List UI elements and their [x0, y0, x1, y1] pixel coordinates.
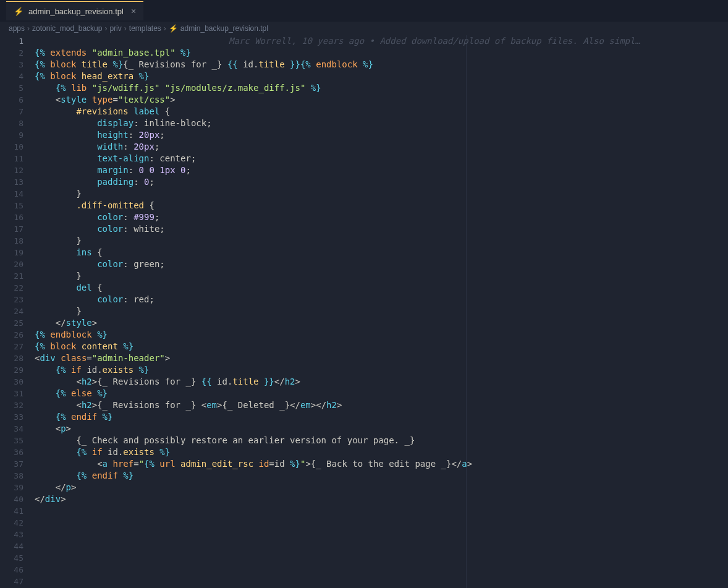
- tab-filename: admin_backup_revision.tpl: [28, 7, 124, 16]
- git-blame-annotation: Marc Worrell, 10 years ago • Added downl…: [229, 35, 640, 47]
- close-icon[interactable]: ×: [131, 6, 136, 16]
- chevron-right-icon: ›: [104, 24, 107, 33]
- breadcrumb-item[interactable]: ⚡admin_backup_revision.tpl: [169, 24, 268, 33]
- tab-bar: ⚡ admin_backup_revision.tpl ×: [0, 0, 728, 22]
- code-editor[interactable]: 1234567891011121314151617181920212223242…: [0, 35, 728, 588]
- chevron-right-icon: ›: [124, 24, 127, 33]
- file-tab[interactable]: ⚡ admin_backup_revision.tpl ×: [6, 1, 143, 20]
- line-number-gutter: 1234567891011121314151617181920212223242…: [0, 35, 35, 588]
- code-content[interactable]: Marc Worrell, 10 years ago • Added downl…: [35, 35, 728, 588]
- chevron-right-icon: ›: [27, 24, 30, 33]
- breadcrumb-item[interactable]: templates: [129, 24, 161, 33]
- breadcrumb: apps › zotonic_mod_backup › priv › templ…: [0, 22, 728, 35]
- breadcrumb-item[interactable]: apps: [9, 24, 25, 33]
- chevron-right-icon: ›: [164, 24, 166, 33]
- lightbulb-icon: ⚡: [14, 7, 23, 16]
- breadcrumb-item[interactable]: zotonic_mod_backup: [32, 24, 102, 33]
- lightbulb-icon: ⚡: [169, 24, 178, 33]
- breadcrumb-item[interactable]: priv: [109, 24, 121, 33]
